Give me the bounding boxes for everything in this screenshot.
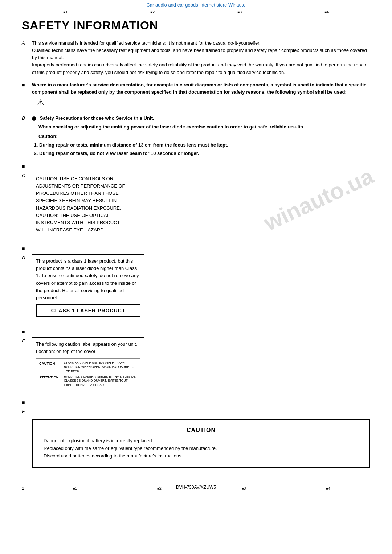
section-f: F CAUTION Danger of explosion if battery…	[22, 408, 370, 471]
caution-label-intro: The following caution label appears on y…	[36, 341, 140, 348]
bullet1-square: ■	[22, 81, 32, 88]
caution-radiation-text: CAUTION: USE OF CONTROLS OR ADJUSTMENTS …	[36, 175, 140, 234]
sep-f-icon: ■	[22, 399, 29, 405]
caution-line3: PROCEDURES OTHER THAN THOSE	[36, 190, 119, 196]
caution-label-box: The following caution label appears on y…	[32, 337, 144, 394]
caution-line5: HAZARDOUS RADIATION EXPOSURE.	[36, 205, 121, 211]
bottom-ruler-1: 1	[33, 486, 117, 491]
section-f-label: F	[22, 408, 32, 414]
sep-d-icon: ■	[22, 246, 29, 251]
bullet1-text: Where in a manufacturer's service docume…	[32, 81, 370, 96]
ruler-3: 3	[196, 10, 283, 14]
section-b-list: During repair or tests, minimum distance…	[39, 141, 370, 157]
class1-product-box: This product is a class 1 laser product,…	[32, 254, 144, 320]
section-d-content: This product is a class 1 laser product,…	[32, 254, 370, 324]
ruler-1: 1	[22, 10, 109, 14]
section-b-caution-label: Caution:	[38, 133, 370, 140]
bottom-caution-title: CAUTION	[44, 427, 359, 434]
caution-label-row2: ATTENTION RADIATIONS LASER VISIBLES ET I…	[39, 375, 137, 387]
bottom-ruler-4: 4	[286, 486, 371, 491]
section-b-content: Safety Precautions for those who Service…	[32, 115, 370, 158]
cd-section-wrapper: winauto.ua C CAUTION: USE OF CONTROLS OR…	[22, 172, 370, 324]
section-b-heading: Safety Precautions for those who Service…	[32, 115, 370, 122]
warning-symbol-icon: ⚠	[37, 98, 370, 107]
bullet1-content: Where in a manufacturer's service docume…	[32, 81, 370, 110]
section-b-heading-text: Safety Precautions for those who Service…	[40, 115, 154, 121]
section-e-content: The following caution label appears on y…	[32, 337, 370, 394]
page-title: SAFETY INFORMATION	[22, 19, 370, 32]
class1-product-text: This product is a class 1 laser product,…	[36, 258, 140, 301]
bottom-page-num: 2	[22, 486, 33, 491]
caution-line4: SPECIFIED HEREIN MAY RESULT IN	[36, 198, 117, 203]
section-a-label: A	[22, 40, 32, 46]
bottom-caution-box: CAUTION Danger of explosion if battery i…	[32, 419, 370, 468]
section-a-text2: Qualified technicians have the necessary…	[32, 48, 367, 60]
caution-label-location: Location: on top of the cover	[36, 348, 140, 355]
bottom-caution-line2: Replaced only with the same or equivalen…	[44, 445, 359, 452]
ruler-top: 1 2 3 4	[11, 9, 381, 15]
caution-line1: CAUTION: USE OF CONTROLS OR	[36, 176, 113, 181]
top-link[interactable]: Car audio and car goods internet store W…	[146, 2, 245, 8]
section-b-subheading: When checking or adjusting the emitting …	[38, 123, 370, 131]
section-b-label: B	[22, 115, 32, 121]
caution-radiation-box: CAUTION: USE OF CONTROLS OR ADJUSTMENTS …	[32, 172, 144, 237]
section-b-item-1: During repair or tests, minimum distance…	[39, 141, 370, 149]
separator-bullet-cd: ■	[22, 163, 370, 169]
caution-val1: CLASS 3B VISIBLE AND INVISIBLE LASER RAD…	[64, 361, 137, 373]
caution-label-row1: CAUTION CLASS 3B VISIBLE AND INVISIBLE L…	[39, 361, 137, 373]
section-a: A This service manual is intended for qu…	[22, 40, 370, 76]
bottom-caution-line1: Danger of explosion if battery is incorr…	[44, 437, 359, 445]
section-a-text3: Improperly performed repairs can adverse…	[32, 62, 366, 75]
section-e-label: E	[22, 337, 32, 344]
class-laser-label: CLASS 1 LASER PRODUCT	[36, 304, 140, 317]
section-c-content: CAUTION: USE OF CONTROLS OR ADJUSTMENTS …	[32, 172, 370, 241]
section-d-label: D	[22, 254, 32, 260]
caution-key1: CAUTION	[39, 361, 61, 373]
caution-line2: ADJUSTMENTS OR PERFORMANCE OF	[36, 183, 125, 189]
ruler-4: 4	[283, 10, 370, 14]
main-content: SAFETY INFORMATION A This service manual…	[0, 15, 392, 484]
caution-key2: ATTENTION	[39, 375, 61, 387]
model-badge: DVH-730AV/XZUW5	[172, 484, 220, 491]
section-b-item-2: During repair or tests, do not view lase…	[39, 150, 370, 157]
bottom-caution-text: Danger of explosion if battery is incorr…	[44, 437, 359, 460]
section-a-content: This service manual is intended for qual…	[32, 40, 370, 76]
sep-e-icon: ■	[22, 329, 29, 335]
ruler-2: 2	[109, 10, 196, 14]
bottom-area-wrapper: 2 1 2 3 4 DVH-730AV/XZUW5	[11, 484, 381, 490]
caution-label-inner: CAUTION CLASS 3B VISIBLE AND INVISIBLE L…	[36, 358, 140, 391]
section-a-text1: This service manual is intended for qual…	[32, 40, 260, 46]
section-f-content: CAUTION Danger of explosion if battery i…	[32, 408, 370, 471]
bottom-caution-line3: Discord used batteries according to the …	[44, 452, 359, 460]
bullet1-row: ■ Where in a manufacturer's service docu…	[22, 81, 370, 110]
caution-line8: WILL INCREASE EYE HAZARD.	[36, 227, 105, 233]
separator-bullet-e: ■	[22, 329, 370, 335]
separator-bullet-f: ■	[22, 399, 370, 405]
section-e: E The following caution label appears on…	[22, 337, 370, 394]
sep-square-icon: ■	[22, 163, 29, 169]
section-b: B Safety Precautions for those who Servi…	[22, 115, 370, 158]
section-c: C CAUTION: USE OF CONTROLS OR ADJUSTMENT…	[22, 172, 370, 241]
section-c-label: C	[22, 172, 32, 178]
section-d: D This product is a class 1 laser produc…	[22, 254, 370, 324]
circle-bullet-icon	[32, 116, 36, 121]
page-container: Car audio and car goods internet store W…	[0, 0, 392, 554]
caution-line7: INSTRUMENTS WITH THIS PRODUCT	[36, 220, 120, 225]
caution-val2: RADIATIONS LASER VISIBLES ET INVISIBLES …	[64, 375, 137, 387]
top-link-bar: Car audio and car goods internet store W…	[0, 0, 392, 9]
separator-bullet-d: ■	[22, 246, 370, 251]
caution-line6: CAUTION: THE USE OF OPTICAL	[36, 213, 110, 218]
